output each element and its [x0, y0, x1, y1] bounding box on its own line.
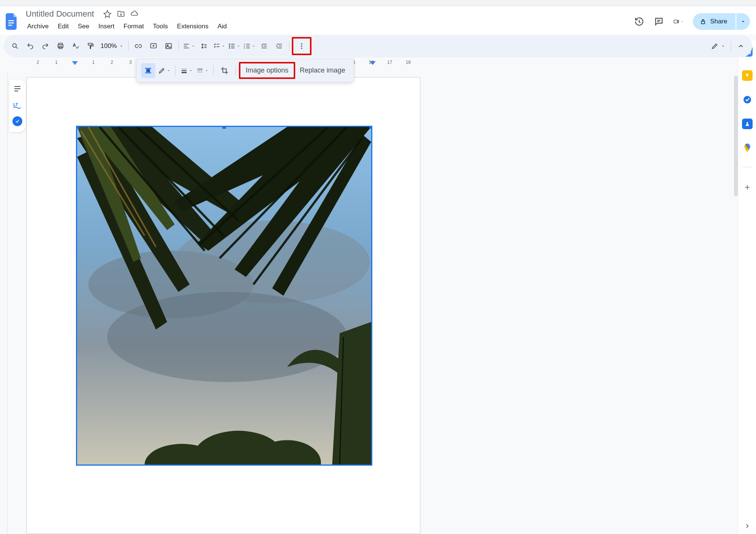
svg-rect-11 — [166, 43, 172, 48]
left-floating-toolbar: LT — [9, 79, 26, 132]
insert-link-button[interactable] — [132, 39, 145, 53]
tasks-app-icon[interactable] — [742, 94, 753, 105]
svg-rect-25 — [147, 69, 150, 72]
ruler-tick: 16 — [369, 60, 373, 65]
hide-side-panel-button[interactable] — [744, 523, 751, 529]
zoom-dropdown[interactable]: 100% — [98, 42, 126, 50]
resize-handle-tr[interactable] — [369, 126, 372, 129]
undo-button[interactable] — [23, 39, 37, 53]
separator — [213, 65, 214, 76]
share-dropdown[interactable] — [736, 13, 750, 30]
zoom-value: 100% — [101, 42, 117, 50]
contacts-app-icon[interactable] — [742, 119, 753, 129]
svg-rect-3 — [674, 20, 677, 23]
more-toolbar-button[interactable] — [295, 39, 308, 53]
increase-indent-button[interactable] — [273, 39, 286, 53]
side-panel: 31 ＋ — [738, 41, 756, 534]
ruler-tick: 1 — [92, 60, 95, 65]
ruler-tick: 2 — [37, 60, 39, 65]
share-button[interactable]: Share — [693, 13, 736, 30]
align-dropdown[interactable] — [182, 39, 195, 53]
svg-text:3: 3 — [244, 47, 245, 49]
numbered-list-dropdown[interactable]: 123 — [242, 39, 256, 53]
ruler-tick: 2 — [111, 60, 113, 65]
document-page[interactable] — [26, 77, 420, 534]
bulleted-list-dropdown[interactable] — [227, 39, 241, 53]
vertical-scrollbar[interactable] — [734, 76, 738, 196]
text-wrap-inline-button[interactable] — [141, 63, 155, 78]
chevron-down-icon — [119, 44, 124, 48]
svg-rect-2 — [8, 25, 12, 26]
redo-button[interactable] — [39, 39, 52, 53]
menu-insert[interactable]: Insert — [94, 21, 118, 32]
ruler-tick: 1 — [55, 60, 58, 65]
selected-image[interactable] — [76, 126, 372, 466]
separator — [128, 41, 129, 51]
svg-point-24 — [301, 48, 302, 49]
svg-point-15 — [229, 47, 230, 48]
svg-point-14 — [229, 45, 230, 46]
workspace: LT — [0, 72, 738, 534]
horizontal-ruler[interactable]: 2 1 1 2 3 15 16 17 18 — [26, 60, 730, 68]
svg-text:LT: LT — [13, 102, 18, 107]
collapse-toolbar-button[interactable] — [734, 39, 748, 53]
keep-app-icon[interactable] — [742, 70, 753, 81]
first-line-indent-marker[interactable] — [72, 61, 78, 65]
border-weight-dropdown[interactable] — [179, 63, 194, 78]
lock-icon — [700, 18, 706, 25]
border-color-dropdown[interactable] — [157, 63, 171, 78]
menu-see[interactable]: See — [74, 21, 93, 32]
svg-rect-4 — [701, 21, 705, 24]
separator — [731, 41, 731, 51]
crop-image-button[interactable] — [217, 63, 232, 78]
maps-app-icon[interactable] — [742, 143, 753, 153]
svg-rect-9 — [88, 43, 92, 45]
docs-logo[interactable] — [5, 12, 20, 31]
separator — [175, 65, 175, 76]
image-options-button[interactable]: Image options — [241, 64, 293, 77]
paint-format-button[interactable] — [84, 39, 98, 53]
border-dash-dropdown[interactable] — [195, 63, 209, 78]
menu-extensions[interactable]: Extensions — [173, 21, 212, 32]
languagetool-icon[interactable]: LT — [12, 100, 23, 111]
replace-image-button[interactable]: Replace image — [295, 64, 350, 77]
document-outline-icon[interactable] — [12, 83, 23, 94]
add-comment-button[interactable] — [147, 39, 160, 53]
insert-image-button[interactable] — [162, 39, 175, 53]
print-button[interactable] — [54, 39, 67, 53]
vertical-ruler[interactable] — [0, 72, 8, 534]
menu-aid[interactable]: Aid — [214, 21, 231, 32]
document-title[interactable]: Untitled Document — [23, 8, 96, 20]
editing-mode-dropdown[interactable] — [708, 42, 728, 50]
star-icon[interactable] — [103, 10, 112, 18]
spellcheck-button[interactable] — [69, 39, 82, 53]
image-content — [77, 127, 371, 465]
decrease-indent-button[interactable] — [257, 39, 271, 53]
svg-point-35 — [746, 122, 748, 124]
checklist-dropdown[interactable] — [212, 39, 226, 53]
menu-archive[interactable]: Archive — [23, 21, 53, 32]
resize-handle-tm[interactable] — [222, 126, 226, 129]
svg-rect-1 — [8, 23, 14, 24]
search-menus-button[interactable] — [8, 39, 22, 53]
resize-handle-tl[interactable] — [76, 126, 79, 129]
svg-point-23 — [301, 45, 302, 46]
status-ok-badge[interactable] — [12, 116, 22, 126]
svg-rect-8 — [59, 47, 62, 49]
menu-format[interactable]: Format — [120, 21, 148, 32]
get-addons-button[interactable]: ＋ — [743, 181, 752, 193]
image-toolbar: Image options Replace image — [136, 59, 354, 82]
callout-image-options: Image options — [239, 62, 295, 79]
separator — [178, 41, 179, 51]
browser-bar — [0, 0, 756, 6]
svg-point-5 — [12, 43, 16, 47]
ruler-tick: 17 — [387, 60, 392, 65]
line-spacing-button[interactable] — [197, 39, 211, 53]
meet-button[interactable] — [673, 16, 684, 27]
cloud-status-icon[interactable] — [130, 10, 139, 18]
version-history-icon[interactable] — [634, 16, 644, 27]
move-to-folder-icon[interactable] — [117, 10, 125, 18]
menu-tools[interactable]: Tools — [149, 21, 172, 32]
menu-edit[interactable]: Edit — [54, 21, 73, 32]
comments-icon[interactable] — [654, 16, 664, 27]
